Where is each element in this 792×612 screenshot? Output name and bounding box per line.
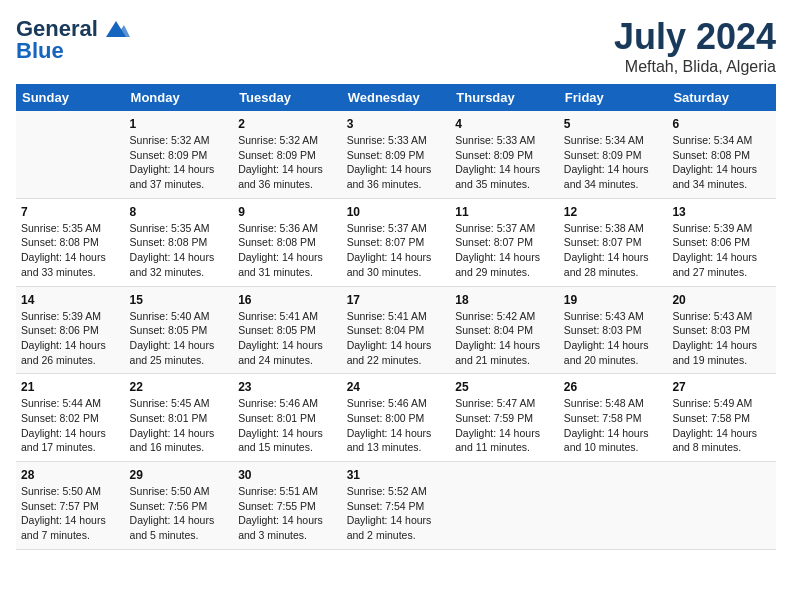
day-number: 14 xyxy=(21,293,120,307)
day-cell: 15Sunrise: 5:40 AMSunset: 8:05 PMDayligh… xyxy=(125,286,234,374)
day-info: Sunrise: 5:39 AMSunset: 8:06 PMDaylight:… xyxy=(21,309,120,368)
day-cell: 1Sunrise: 5:32 AMSunset: 8:09 PMDaylight… xyxy=(125,111,234,198)
day-cell xyxy=(559,462,668,550)
day-cell: 3Sunrise: 5:33 AMSunset: 8:09 PMDaylight… xyxy=(342,111,451,198)
day-number: 31 xyxy=(347,468,446,482)
day-number: 8 xyxy=(130,205,229,219)
logo: General Blue xyxy=(16,16,130,64)
day-info: Sunrise: 5:34 AMSunset: 8:09 PMDaylight:… xyxy=(564,133,663,192)
day-number: 1 xyxy=(130,117,229,131)
day-info: Sunrise: 5:33 AMSunset: 8:09 PMDaylight:… xyxy=(347,133,446,192)
logo-icon xyxy=(102,19,130,39)
day-cell: 21Sunrise: 5:44 AMSunset: 8:02 PMDayligh… xyxy=(16,374,125,462)
day-info: Sunrise: 5:32 AMSunset: 8:09 PMDaylight:… xyxy=(238,133,337,192)
day-number: 6 xyxy=(672,117,771,131)
page-header: General Blue July 2024 Meftah, Blida, Al… xyxy=(16,16,776,76)
calendar-title: July 2024 xyxy=(614,16,776,58)
day-info: Sunrise: 5:35 AMSunset: 8:08 PMDaylight:… xyxy=(21,221,120,280)
day-info: Sunrise: 5:48 AMSunset: 7:58 PMDaylight:… xyxy=(564,396,663,455)
day-number: 4 xyxy=(455,117,554,131)
day-number: 10 xyxy=(347,205,446,219)
logo-blue-text: Blue xyxy=(16,38,64,64)
day-cell: 2Sunrise: 5:32 AMSunset: 8:09 PMDaylight… xyxy=(233,111,342,198)
day-cell: 10Sunrise: 5:37 AMSunset: 8:07 PMDayligh… xyxy=(342,198,451,286)
day-cell: 19Sunrise: 5:43 AMSunset: 8:03 PMDayligh… xyxy=(559,286,668,374)
col-monday: Monday xyxy=(125,84,234,111)
day-number: 2 xyxy=(238,117,337,131)
day-info: Sunrise: 5:43 AMSunset: 8:03 PMDaylight:… xyxy=(672,309,771,368)
day-info: Sunrise: 5:50 AMSunset: 7:56 PMDaylight:… xyxy=(130,484,229,543)
calendar-subtitle: Meftah, Blida, Algeria xyxy=(614,58,776,76)
day-info: Sunrise: 5:43 AMSunset: 8:03 PMDaylight:… xyxy=(564,309,663,368)
day-info: Sunrise: 5:46 AMSunset: 8:01 PMDaylight:… xyxy=(238,396,337,455)
day-cell: 9Sunrise: 5:36 AMSunset: 8:08 PMDaylight… xyxy=(233,198,342,286)
day-cell: 16Sunrise: 5:41 AMSunset: 8:05 PMDayligh… xyxy=(233,286,342,374)
day-cell: 17Sunrise: 5:41 AMSunset: 8:04 PMDayligh… xyxy=(342,286,451,374)
day-number: 7 xyxy=(21,205,120,219)
day-number: 20 xyxy=(672,293,771,307)
day-cell: 13Sunrise: 5:39 AMSunset: 8:06 PMDayligh… xyxy=(667,198,776,286)
day-cell: 7Sunrise: 5:35 AMSunset: 8:08 PMDaylight… xyxy=(16,198,125,286)
day-number: 18 xyxy=(455,293,554,307)
day-number: 16 xyxy=(238,293,337,307)
day-number: 19 xyxy=(564,293,663,307)
day-cell: 11Sunrise: 5:37 AMSunset: 8:07 PMDayligh… xyxy=(450,198,559,286)
day-cell: 28Sunrise: 5:50 AMSunset: 7:57 PMDayligh… xyxy=(16,462,125,550)
day-number: 24 xyxy=(347,380,446,394)
col-wednesday: Wednesday xyxy=(342,84,451,111)
day-info: Sunrise: 5:49 AMSunset: 7:58 PMDaylight:… xyxy=(672,396,771,455)
day-info: Sunrise: 5:44 AMSunset: 8:02 PMDaylight:… xyxy=(21,396,120,455)
day-cell: 24Sunrise: 5:46 AMSunset: 8:00 PMDayligh… xyxy=(342,374,451,462)
day-info: Sunrise: 5:47 AMSunset: 7:59 PMDaylight:… xyxy=(455,396,554,455)
title-block: July 2024 Meftah, Blida, Algeria xyxy=(614,16,776,76)
day-number: 15 xyxy=(130,293,229,307)
day-cell: 31Sunrise: 5:52 AMSunset: 7:54 PMDayligh… xyxy=(342,462,451,550)
day-cell: 25Sunrise: 5:47 AMSunset: 7:59 PMDayligh… xyxy=(450,374,559,462)
day-info: Sunrise: 5:32 AMSunset: 8:09 PMDaylight:… xyxy=(130,133,229,192)
day-info: Sunrise: 5:35 AMSunset: 8:08 PMDaylight:… xyxy=(130,221,229,280)
day-info: Sunrise: 5:40 AMSunset: 8:05 PMDaylight:… xyxy=(130,309,229,368)
day-cell: 22Sunrise: 5:45 AMSunset: 8:01 PMDayligh… xyxy=(125,374,234,462)
day-cell: 30Sunrise: 5:51 AMSunset: 7:55 PMDayligh… xyxy=(233,462,342,550)
col-friday: Friday xyxy=(559,84,668,111)
day-number: 11 xyxy=(455,205,554,219)
day-number: 23 xyxy=(238,380,337,394)
day-info: Sunrise: 5:51 AMSunset: 7:55 PMDaylight:… xyxy=(238,484,337,543)
col-sunday: Sunday xyxy=(16,84,125,111)
day-cell: 5Sunrise: 5:34 AMSunset: 8:09 PMDaylight… xyxy=(559,111,668,198)
day-cell: 26Sunrise: 5:48 AMSunset: 7:58 PMDayligh… xyxy=(559,374,668,462)
col-thursday: Thursday xyxy=(450,84,559,111)
header-row: Sunday Monday Tuesday Wednesday Thursday… xyxy=(16,84,776,111)
day-number: 13 xyxy=(672,205,771,219)
day-info: Sunrise: 5:39 AMSunset: 8:06 PMDaylight:… xyxy=(672,221,771,280)
day-info: Sunrise: 5:37 AMSunset: 8:07 PMDaylight:… xyxy=(347,221,446,280)
col-tuesday: Tuesday xyxy=(233,84,342,111)
calendar-table: Sunday Monday Tuesday Wednesday Thursday… xyxy=(16,84,776,550)
day-number: 30 xyxy=(238,468,337,482)
day-cell xyxy=(667,462,776,550)
week-row-5: 28Sunrise: 5:50 AMSunset: 7:57 PMDayligh… xyxy=(16,462,776,550)
day-number: 21 xyxy=(21,380,120,394)
day-info: Sunrise: 5:36 AMSunset: 8:08 PMDaylight:… xyxy=(238,221,337,280)
week-row-2: 7Sunrise: 5:35 AMSunset: 8:08 PMDaylight… xyxy=(16,198,776,286)
day-cell xyxy=(16,111,125,198)
day-info: Sunrise: 5:41 AMSunset: 8:04 PMDaylight:… xyxy=(347,309,446,368)
day-info: Sunrise: 5:50 AMSunset: 7:57 PMDaylight:… xyxy=(21,484,120,543)
day-number: 9 xyxy=(238,205,337,219)
day-cell: 6Sunrise: 5:34 AMSunset: 8:08 PMDaylight… xyxy=(667,111,776,198)
day-cell: 27Sunrise: 5:49 AMSunset: 7:58 PMDayligh… xyxy=(667,374,776,462)
day-info: Sunrise: 5:34 AMSunset: 8:08 PMDaylight:… xyxy=(672,133,771,192)
week-row-4: 21Sunrise: 5:44 AMSunset: 8:02 PMDayligh… xyxy=(16,374,776,462)
day-info: Sunrise: 5:33 AMSunset: 8:09 PMDaylight:… xyxy=(455,133,554,192)
day-cell: 8Sunrise: 5:35 AMSunset: 8:08 PMDaylight… xyxy=(125,198,234,286)
day-number: 12 xyxy=(564,205,663,219)
col-saturday: Saturday xyxy=(667,84,776,111)
day-info: Sunrise: 5:38 AMSunset: 8:07 PMDaylight:… xyxy=(564,221,663,280)
day-info: Sunrise: 5:37 AMSunset: 8:07 PMDaylight:… xyxy=(455,221,554,280)
day-cell: 12Sunrise: 5:38 AMSunset: 8:07 PMDayligh… xyxy=(559,198,668,286)
day-cell: 29Sunrise: 5:50 AMSunset: 7:56 PMDayligh… xyxy=(125,462,234,550)
day-number: 3 xyxy=(347,117,446,131)
day-number: 27 xyxy=(672,380,771,394)
week-row-1: 1Sunrise: 5:32 AMSunset: 8:09 PMDaylight… xyxy=(16,111,776,198)
day-cell: 14Sunrise: 5:39 AMSunset: 8:06 PMDayligh… xyxy=(16,286,125,374)
